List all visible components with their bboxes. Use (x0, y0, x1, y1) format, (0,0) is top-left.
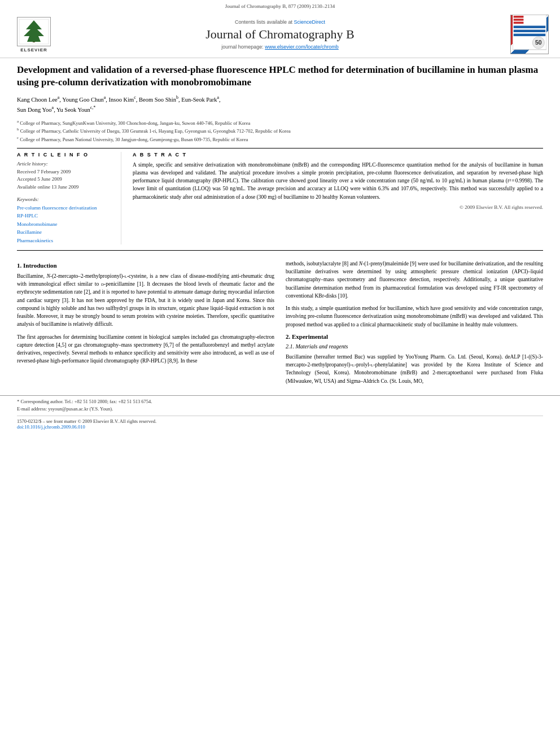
abstract-label: A B S T R A C T (133, 152, 543, 158)
article-info-label: A R T I C L E I N F O (17, 152, 114, 158)
article-info-col: A R T I C L E I N F O Article history: R… (17, 152, 121, 244)
elsevier-tree-box (17, 17, 51, 46)
intro-p4: In this study, a simple quantitation met… (286, 304, 543, 329)
affiliations: a College of Pharmacy, SungKyunKwan Univ… (17, 119, 543, 143)
affiliation-a: a College of Pharmacy, SungKyunKwan Univ… (17, 119, 543, 127)
svg-rect-6 (514, 19, 524, 21)
journal-homepage: journal homepage: www.elsevier.com/locat… (56, 44, 504, 50)
authors-line: Kang Choon Leea, Young Goo Chuna, Insoo … (17, 94, 543, 115)
materials-p1: Bucillamine (hereafter termed Buc) was s… (286, 353, 543, 385)
body-divider (17, 250, 543, 251)
materials-subheading: 2.1. Materials and reagents (286, 343, 543, 350)
elsevier-tree-icon (18, 18, 50, 45)
elsevier-logo: ELSEVIER (11, 17, 56, 53)
sciencedirect-link[interactable]: ScienceDirect (294, 19, 326, 25)
intro-heading: 1. Introduction (17, 262, 274, 269)
body-section: 1. Introduction Bucillamine, N-(2-mercap… (0, 254, 560, 390)
abstract-text: A simple, specific and sensitive derivat… (133, 161, 543, 201)
article-section: Development and validation of a reversed… (0, 58, 560, 251)
footer-bottom: 1570-0232/$ – see front matter © 2009 El… (17, 416, 543, 430)
accepted-date: Accepted 5 June 2009 (17, 176, 114, 184)
affiliation-b: b College of Pharmacy, Catholic Universi… (17, 126, 543, 135)
journal-meta: Journal of Chromatography B, 877 (2009) … (11, 3, 549, 9)
keyword-2: RP-HPLC (17, 212, 114, 220)
journal-title-center: Contents lists available at ScienceDirec… (56, 19, 504, 50)
keyword-1: Pre-column fluorescence derivatization (17, 204, 114, 212)
history-label: Article history: (17, 161, 114, 167)
journal-header: Journal of Chromatography B, 877 (2009) … (0, 0, 560, 58)
received-date: Received 7 February 2009 (17, 168, 114, 176)
abstract-col: A B S T R A C T A simple, specific and s… (133, 152, 543, 244)
svg-rect-8 (514, 26, 545, 28)
section-divider (17, 148, 543, 148)
body-columns: 1. Introduction Bucillamine, N-(2-mercap… (17, 260, 543, 390)
svg-text:50: 50 (535, 39, 542, 46)
intro-p1: Bucillamine, N-(2-mercapto–2-methylpropi… (17, 272, 274, 329)
cover-svg: 50 (513, 12, 546, 52)
intro-p3: methods, isobutylacralyte [8] and N-(1-p… (286, 260, 543, 300)
svg-rect-9 (514, 30, 545, 32)
experimental-heading: 2. Experimental (286, 333, 543, 340)
body-left-col: 1. Introduction Bucillamine, N-(2-mercap… (17, 260, 274, 390)
keyword-4: Bucillamine (17, 228, 114, 236)
available-date: Available online 13 June 2009 (17, 184, 114, 191)
journal-cover-image: 50 (510, 15, 549, 54)
body-right-col: methods, isobutylacralyte [8] and N-(1-p… (286, 260, 543, 390)
article-title: Development and validation of a reversed… (17, 64, 543, 89)
intro-p2: The first approaches for determining buc… (17, 333, 274, 365)
keyword-5: Pharmacokinetics (17, 237, 114, 244)
journal-title: Journal of Chromatography B (56, 27, 504, 42)
corresponding-note: * Corresponding author. Tel.: +82 51 510… (17, 398, 543, 405)
footer-section: * Corresponding author. Tel.: +82 51 510… (0, 395, 560, 433)
email-note: E-mail address: ysyoun@pusan.ac.kr (Y.S.… (17, 405, 543, 413)
journal-banner: ELSEVIER Contents lists available at Sci… (11, 11, 549, 58)
page: Journal of Chromatography B, 877 (2009) … (0, 0, 560, 747)
keywords-section: Keywords: Pre-column fluorescence deriva… (17, 196, 114, 244)
copyright: © 2009 Elsevier B.V. All rights reserved… (133, 204, 543, 210)
svg-rect-7 (514, 21, 524, 24)
issn-line: 1570-0232/$ – see front matter © 2009 El… (17, 418, 543, 424)
keywords-label: Keywords: (17, 196, 114, 202)
svg-rect-10 (514, 34, 545, 36)
contents-line: Contents lists available at ScienceDirec… (56, 19, 504, 25)
svg-rect-5 (514, 16, 524, 18)
elsevier-label: ELSEVIER (20, 47, 47, 53)
doi-line: doi:10.1016/j.jchromb.2009.06.010 (17, 424, 543, 430)
affiliation-c: c College of Pharmacy, Pusan National Un… (17, 135, 543, 143)
article-info-abstract: A R T I C L E I N F O Article history: R… (17, 152, 543, 244)
homepage-link[interactable]: www.elsevier.com/locate/chromb (265, 44, 339, 50)
right-cover: 50 (504, 15, 549, 54)
keyword-3: Monobromobimane (17, 220, 114, 228)
